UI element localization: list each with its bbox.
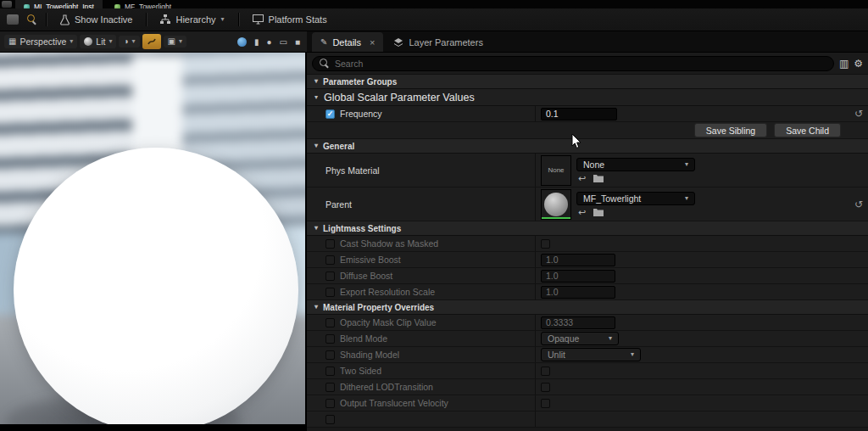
- tab-layer-parameters-label: Layer Parameters: [409, 37, 482, 48]
- viewport-bottom-bar: [0, 424, 305, 431]
- frequency-input[interactable]: 0.1: [541, 108, 617, 120]
- shading-model-dropdown[interactable]: Unlit ▾: [541, 348, 641, 361]
- property-row-two-sided: Two Sided: [307, 363, 868, 379]
- browse-to-asset-icon[interactable]: [593, 174, 604, 182]
- section-material-property-overrides[interactable]: ▾ Material Property Overrides: [307, 300, 868, 315]
- section-parameter-groups[interactable]: ▾ Parameter Groups: [307, 75, 868, 89]
- override-checkbox[interactable]: [326, 239, 335, 249]
- property-label-cell: Shading Model: [307, 347, 536, 362]
- tab-details-label: Details: [332, 37, 361, 48]
- output-translucent-velocity-checkbox[interactable]: [541, 399, 550, 408]
- phys-material-value: None: [583, 160, 604, 170]
- asset-actions: ↩: [576, 208, 695, 217]
- property-value-cell: Unlit ▾: [536, 347, 849, 362]
- category-global-scalar[interactable]: ▾ Global Scalar Parameter Values: [307, 89, 868, 106]
- close-icon[interactable]: ×: [370, 37, 375, 48]
- phys-material-dropdown[interactable]: None ▾: [576, 158, 695, 171]
- section-general[interactable]: ▾ General: [307, 139, 868, 154]
- diffuse-boost-input[interactable]: 1.0: [541, 270, 615, 283]
- screenshot-dropdown[interactable]: ▣ ▾: [164, 36, 186, 48]
- two-sided-checkbox[interactable]: [541, 367, 550, 376]
- asset-tab-mf-towerlight[interactable]: MF_Towerlight: [106, 0, 180, 8]
- perspective-dropdown[interactable]: ▦ Perspective ▾: [4, 35, 77, 48]
- parent-dropdown[interactable]: MF_Towerlight ▾: [576, 192, 695, 205]
- chevron-down-icon: ▾: [631, 351, 634, 358]
- override-checkbox[interactable]: [326, 255, 335, 265]
- search-input[interactable]: [335, 59, 826, 69]
- save-asset-icon[interactable]: [7, 14, 19, 25]
- reset-gutter: [849, 284, 868, 299]
- blend-mode-dropdown[interactable]: Opaque ▾: [541, 332, 619, 345]
- override-checkbox[interactable]: [326, 350, 335, 360]
- expander-icon: ▾: [314, 143, 318, 149]
- column-view-icon[interactable]: ▥: [839, 58, 849, 70]
- app-menu-icon[interactable]: [2, 1, 12, 8]
- toolbar-separator: [146, 13, 147, 26]
- use-selected-asset-icon[interactable]: ↩: [578, 174, 586, 183]
- reset-to-default-icon[interactable]: ↺: [854, 108, 863, 120]
- opacity-mask-clip-input[interactable]: 0.3333: [541, 316, 615, 329]
- property-label: Two Sided: [340, 366, 381, 376]
- plane-preview-icon[interactable]: ▭: [277, 37, 290, 47]
- override-checkbox[interactable]: [326, 383, 335, 392]
- chevron-down-icon: ▾: [70, 38, 73, 45]
- override-checkbox[interactable]: [326, 415, 335, 424]
- material-ball-icon[interactable]: [237, 37, 247, 47]
- details-tab-bar: ✎ Details × Layer Parameters: [307, 31, 868, 53]
- settings-gear-icon[interactable]: ⚙: [854, 58, 863, 70]
- export-resolution-scale-input[interactable]: 1.0: [541, 286, 615, 299]
- property-value-cell: Opaque ▾: [536, 331, 849, 346]
- property-label: Output Translucent Velocity: [340, 398, 448, 408]
- details-panel: ▥ ⚙ ▾ Parameter Groups ▾ Global Scalar P…: [307, 53, 868, 431]
- phys-material-thumbnail[interactable]: None: [541, 155, 571, 186]
- cube-preview-icon[interactable]: ■: [292, 37, 303, 47]
- property-value-cell: 1.0: [536, 284, 849, 299]
- tab-details[interactable]: ✎ Details ×: [312, 32, 383, 52]
- override-checkbox[interactable]: [326, 367, 335, 376]
- cast-shadow-checkbox[interactable]: [541, 239, 550, 249]
- toolbar-separator: [238, 13, 239, 26]
- show-flags-dropdown[interactable]: ◑ ▾: [119, 36, 139, 48]
- realtime-toggle-button[interactable]: [142, 34, 161, 49]
- property-value-cell: None None ▾ ↩: [536, 154, 849, 187]
- tab-layer-parameters[interactable]: Layer Parameters: [385, 32, 491, 52]
- override-checkbox[interactable]: [326, 318, 335, 327]
- browse-to-asset-icon[interactable]: [593, 208, 604, 216]
- property-row-export-resolution-scale: Export Resolution Scale 1.0: [307, 284, 868, 300]
- property-value-cell: 1.0: [536, 268, 849, 283]
- override-checkbox[interactable]: [326, 334, 335, 344]
- property-label: Diffuse Boost: [340, 271, 392, 281]
- dithered-lod-transition-checkbox[interactable]: [541, 383, 550, 392]
- override-checkbox[interactable]: [326, 288, 335, 297]
- screenshot-icon: ▣: [168, 37, 175, 46]
- emissive-boost-input[interactable]: 1.0: [541, 254, 615, 266]
- platform-stats-button[interactable]: Platform Stats: [248, 12, 332, 27]
- override-checkbox[interactable]: [326, 399, 335, 408]
- save-sibling-button[interactable]: Save Sibling: [694, 123, 767, 137]
- browse-to-asset-icon[interactable]: [27, 14, 37, 25]
- search-box[interactable]: [312, 56, 834, 71]
- override-checkbox[interactable]: [326, 271, 335, 281]
- hierarchy-button[interactable]: Hierarchy ▾: [155, 12, 229, 27]
- frequency-override-checkbox[interactable]: ✓: [326, 109, 335, 119]
- pen-icon: ✎: [320, 37, 327, 47]
- reset-to-default-icon[interactable]: ↺: [854, 199, 863, 210]
- section-lightmass-settings[interactable]: ▾ Lightmass Settings: [307, 221, 868, 236]
- property-label-cell: Parent: [307, 188, 536, 221]
- cylinder-preview-icon[interactable]: ▮: [252, 37, 262, 47]
- perspective-label: Perspective: [19, 36, 66, 47]
- show-inactive-button[interactable]: Show Inactive: [55, 12, 137, 28]
- property-row-phys-material: Phys Material None None ▾ ↩: [307, 154, 868, 188]
- hierarchy-icon: [160, 14, 170, 25]
- property-row-blend-mode: Blend Mode Opaque ▾: [307, 331, 868, 347]
- view-mode-dropdown[interactable]: Lit ▾: [80, 35, 116, 48]
- property-value-cell: [536, 236, 849, 251]
- use-selected-asset-icon[interactable]: ↩: [578, 208, 586, 217]
- reset-gutter: [849, 268, 868, 283]
- parent-thumbnail[interactable]: [541, 189, 571, 220]
- save-child-button[interactable]: Save Child: [774, 123, 841, 137]
- asset-tab-mi-towerlight-inst[interactable]: MI_Towerlight_Inst: [15, 0, 103, 8]
- property-row-opacity-mask-clip-value: Opacity Mask Clip Value 0.3333: [307, 315, 868, 331]
- material-preview-viewport[interactable]: [0, 53, 307, 431]
- sphere-preview-icon[interactable]: ●: [264, 37, 274, 47]
